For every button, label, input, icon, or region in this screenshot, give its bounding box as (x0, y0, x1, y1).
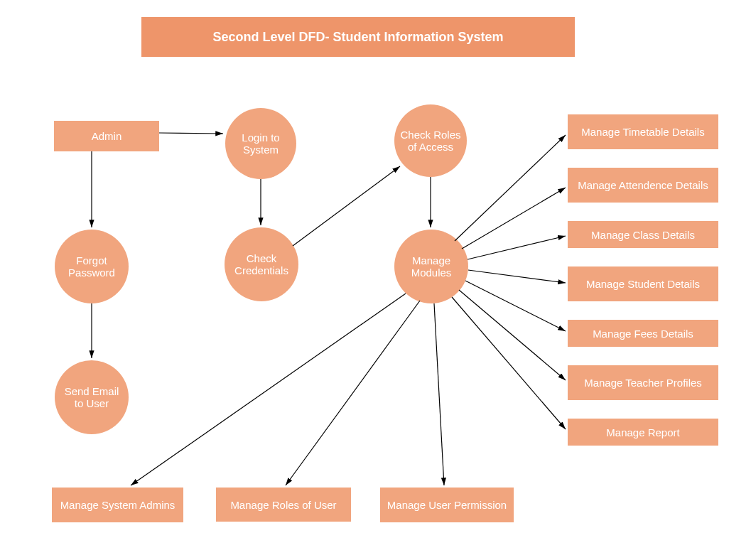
svg-line-8 (434, 303, 444, 485)
node-manage-system-admins: Manage System Admins (52, 488, 183, 522)
diagram-title: Second Level DFD- Student Information Sy… (141, 17, 575, 57)
svg-line-6 (131, 294, 406, 485)
node-forgot-password: Forgot Password (55, 230, 129, 303)
node-login-to-system: Login to System (225, 108, 296, 179)
node-manage-report: Manage Report (568, 419, 718, 446)
svg-line-0 (159, 133, 223, 134)
node-manage-attendance-details: Manage Attendence Details (568, 168, 718, 203)
svg-line-14 (459, 290, 566, 380)
svg-line-4 (293, 166, 400, 246)
node-manage-class-details: Manage Class Details (568, 221, 718, 248)
svg-line-10 (462, 188, 566, 249)
node-send-email-to-user: Send Email to User (55, 360, 129, 434)
node-manage-student-details: Manage Student Details (568, 266, 718, 301)
node-check-roles-of-access: Check Roles of Access (394, 104, 467, 177)
node-manage-roles-of-user: Manage Roles of User (216, 488, 351, 522)
node-manage-teacher-profiles: Manage Teacher Profiles (568, 365, 718, 400)
node-manage-timetable-details: Manage Timetable Details (568, 114, 718, 149)
svg-line-9 (455, 135, 566, 241)
svg-line-7 (286, 301, 420, 485)
node-check-credentials: Check Credentials (225, 227, 298, 301)
node-manage-modules: Manage Modules (394, 230, 468, 303)
svg-line-12 (468, 270, 566, 283)
svg-line-15 (452, 297, 566, 429)
svg-line-11 (468, 236, 566, 259)
node-admin: Admin (54, 121, 159, 151)
svg-line-13 (465, 281, 566, 331)
node-manage-user-permission: Manage User Permission (380, 488, 514, 522)
node-manage-fees-details: Manage Fees Details (568, 320, 718, 347)
